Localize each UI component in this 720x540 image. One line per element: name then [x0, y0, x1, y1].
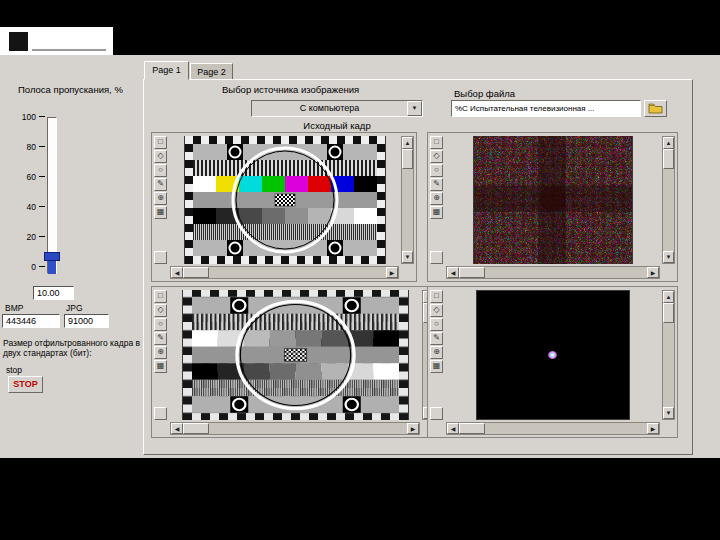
- scroll-right-icon[interactable]: ▶: [386, 267, 398, 278]
- zoom-tool-icon[interactable]: ⊕: [430, 192, 443, 205]
- pen-tool-icon[interactable]: ✎: [430, 332, 443, 345]
- source-select-label: Выбор источника изображения: [222, 84, 359, 95]
- hscroll-thumb[interactable]: [459, 267, 485, 278]
- scroll-left-icon[interactable]: ◀: [447, 267, 459, 278]
- image-tool-palette: □ ◇ ○ ✎ ⊕ ▦: [154, 136, 169, 220]
- image-tool-palette: □ ◇ ○ ✎ ⊕ ▦: [154, 290, 169, 374]
- chevron-down-icon[interactable]: ▼: [407, 101, 422, 116]
- grid-tool-icon[interactable]: ▦: [154, 206, 167, 219]
- select-tool-icon[interactable]: □: [430, 136, 443, 149]
- stop-button[interactable]: STOP: [8, 376, 43, 393]
- horizontal-scrollbar[interactable]: ◀ ▶: [170, 266, 399, 279]
- bandwidth-slider-fill: [48, 261, 56, 274]
- vertical-scrollbar[interactable]: ▲ ▼: [401, 136, 414, 264]
- scroll-down-icon[interactable]: ▼: [402, 251, 413, 263]
- jpg-size-field: 91000: [64, 314, 109, 328]
- vscroll-thumb[interactable]: [663, 303, 674, 323]
- vertical-scrollbar[interactable]: ▲ ▼: [662, 136, 675, 264]
- hscroll-thumb[interactable]: [183, 423, 209, 434]
- folder-icon: [648, 103, 663, 114]
- extra-tool-button[interactable]: [430, 251, 443, 264]
- file-path-field[interactable]: %С Испытательная телевизионная ...: [451, 100, 641, 117]
- grid-tool-icon[interactable]: ▦: [430, 206, 443, 219]
- tab-page-2[interactable]: Page 2: [190, 63, 233, 80]
- bmp-size-field: 443446: [2, 314, 60, 328]
- grid-tool-icon[interactable]: ▦: [430, 360, 443, 373]
- zoom-tool-icon[interactable]: ⊕: [154, 192, 167, 205]
- source-image-area[interactable]: [170, 136, 399, 264]
- jpg-label: JPG: [66, 303, 83, 313]
- oval-tool-icon[interactable]: ○: [154, 164, 167, 177]
- slider-tick-100: 100: [12, 112, 36, 122]
- browse-button[interactable]: [644, 100, 667, 117]
- vscroll-thumb[interactable]: [402, 149, 413, 169]
- bandwidth-label: Полоса пропускания, %: [18, 84, 123, 95]
- slider-tick-40: 40: [12, 202, 36, 212]
- source-image-viewer: □ ◇ ○ ✎ ⊕ ▦: [151, 132, 417, 282]
- diamond-tool-icon[interactable]: ◇: [154, 304, 167, 317]
- horizontal-scrollbar[interactable]: ◀ ▶: [446, 266, 660, 279]
- select-tool-icon[interactable]: □: [154, 290, 167, 303]
- diamond-tool-icon[interactable]: ◇: [154, 150, 167, 163]
- scroll-up-icon[interactable]: ▲: [663, 137, 674, 149]
- spectrum-image-viewer: □ ◇ ○ ✎ ⊕ ▦ ▲ ▼: [427, 132, 678, 282]
- hscroll-thumb[interactable]: [183, 267, 209, 278]
- scroll-right-icon[interactable]: ▶: [647, 423, 659, 434]
- vscroll-thumb[interactable]: [663, 149, 674, 169]
- scroll-right-icon[interactable]: ▶: [407, 423, 419, 434]
- filtered-image-area[interactable]: [170, 290, 420, 420]
- pen-tool-icon[interactable]: ✎: [154, 178, 167, 191]
- extra-tool-button[interactable]: [154, 251, 167, 264]
- decorative-line: [32, 49, 106, 51]
- horizontal-scrollbar[interactable]: ◀ ▶: [446, 422, 660, 435]
- bandwidth-slider-track[interactable]: [47, 117, 57, 274]
- scroll-up-icon[interactable]: ▲: [402, 137, 413, 149]
- hscroll-thumb[interactable]: [459, 423, 485, 434]
- scroll-up-icon[interactable]: ▲: [663, 291, 674, 303]
- select-tool-icon[interactable]: □: [430, 290, 443, 303]
- bandwidth-slider-thumb[interactable]: [44, 252, 60, 261]
- spectrum-image-area[interactable]: [446, 136, 660, 264]
- filtered-spectrum-viewer: □ ◇ ○ ✎ ⊕ ▦ ▲ ▼ ◀ ▶: [427, 286, 678, 438]
- tab-page-1[interactable]: Page 1: [144, 61, 189, 80]
- select-tool-icon[interactable]: □: [154, 136, 167, 149]
- extra-tool-button[interactable]: [430, 407, 443, 420]
- source-frame-label: Исходный кадр: [251, 120, 423, 131]
- spectrum-dot: [548, 351, 557, 359]
- filtered-spectrum-area[interactable]: [446, 290, 660, 420]
- slider-tick-80: 80: [12, 142, 36, 152]
- filtered-spectrum-image[interactable]: [476, 290, 630, 420]
- diamond-tool-icon[interactable]: ◇: [430, 150, 443, 163]
- source-dropdown-value[interactable]: С компьютера: [252, 101, 407, 116]
- pen-tool-icon[interactable]: ✎: [430, 178, 443, 191]
- scroll-left-icon[interactable]: ◀: [171, 267, 183, 278]
- extra-tool-button[interactable]: [154, 407, 167, 420]
- stop-label: stop: [6, 365, 22, 375]
- scroll-down-icon[interactable]: ▼: [663, 407, 674, 419]
- image-tool-palette: □ ◇ ○ ✎ ⊕ ▦: [430, 290, 445, 374]
- zoom-tool-icon[interactable]: ⊕: [154, 346, 167, 359]
- oval-tool-icon[interactable]: ○: [430, 318, 443, 331]
- oval-tool-icon[interactable]: ○: [154, 318, 167, 331]
- diamond-tool-icon[interactable]: ◇: [430, 304, 443, 317]
- image-tool-palette: □ ◇ ○ ✎ ⊕ ▦: [430, 136, 445, 220]
- scroll-left-icon[interactable]: ◀: [447, 423, 459, 434]
- scroll-right-icon[interactable]: ▶: [647, 267, 659, 278]
- horizontal-scrollbar[interactable]: ◀ ▶: [170, 422, 420, 435]
- source-dropdown[interactable]: С компьютера ▼: [251, 100, 423, 117]
- grid-tool-icon[interactable]: ▦: [154, 360, 167, 373]
- window-icon: [9, 32, 28, 51]
- bandwidth-value-field[interactable]: 10.00: [33, 286, 74, 300]
- oval-tool-icon[interactable]: ○: [430, 164, 443, 177]
- vertical-scrollbar[interactable]: ▲ ▼: [662, 290, 675, 420]
- scroll-down-icon[interactable]: ▼: [663, 251, 674, 263]
- filtered-image-viewer: □ ◇ ○ ✎ ⊕ ▦: [151, 286, 438, 438]
- noise-spectrum-image[interactable]: [473, 136, 633, 264]
- slider-tick-20: 20: [12, 232, 36, 242]
- test-card-color-image[interactable]: [184, 136, 386, 264]
- scroll-left-icon[interactable]: ◀: [171, 423, 183, 434]
- pen-tool-icon[interactable]: ✎: [154, 332, 167, 345]
- zoom-tool-icon[interactable]: ⊕: [430, 346, 443, 359]
- slider-tick-0: 0: [12, 262, 36, 272]
- test-card-gray-image[interactable]: [182, 290, 409, 420]
